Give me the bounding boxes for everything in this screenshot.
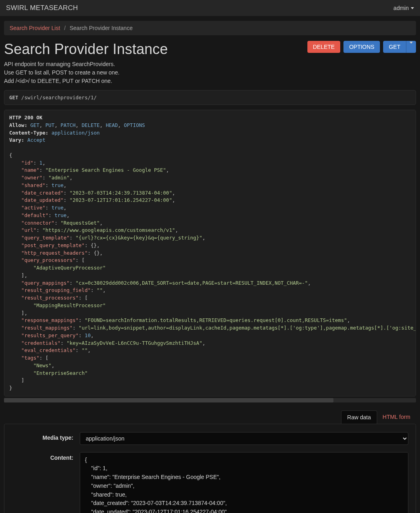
tab-html-form[interactable]: HTML form <box>377 410 416 424</box>
description-line: API endpoint for managing SearchProvider… <box>4 60 416 68</box>
horizontal-scrollbar[interactable] <box>4 398 416 402</box>
content-label: Content: <box>12 452 80 513</box>
tab-raw-data[interactable]: Raw data <box>341 410 377 424</box>
request-line: GET /swirl/searchproviders/1/ <box>4 90 416 105</box>
chevron-down-icon <box>410 42 413 50</box>
delete-button[interactable]: DELETE <box>307 41 340 53</box>
request-method: GET <box>9 95 18 101</box>
scrollbar-thumb[interactable] <box>4 398 333 402</box>
breadcrumb-link[interactable]: Search Provider List <box>10 25 60 31</box>
options-button[interactable]: OPTIONS <box>343 41 380 53</box>
form-panel: Media type: application/json Content: PU… <box>4 424 416 513</box>
description-line: Add /<id>/ to DELETE, PUT or PATCH one. <box>4 77 416 85</box>
get-button[interactable]: GET <box>383 41 406 53</box>
breadcrumb-current: Search Provider Instance <box>70 25 133 31</box>
request-path: /swirl/searchproviders/1/ <box>21 95 97 101</box>
brand[interactable]: SWIRL METASEARCH <box>6 4 78 12</box>
description-line: Use GET to list all, POST to create a ne… <box>4 68 416 77</box>
api-description: API endpoint for managing SearchProvider… <box>4 60 416 85</box>
action-buttons: DELETE OPTIONS GET <box>307 41 416 53</box>
user-dropdown[interactable]: admin <box>394 5 414 11</box>
media-type-label: Media type: <box>12 432 80 445</box>
breadcrumb-separator: / <box>62 25 68 31</box>
page-title: Search Provider Instance <box>4 41 168 58</box>
chevron-down-icon <box>411 7 414 9</box>
media-type-select[interactable]: application/json <box>80 432 408 445</box>
response-body: HTTP 200 OK Allow: GET, PUT, PATCH, DELE… <box>4 110 416 396</box>
form-tabs: Raw data HTML form <box>4 410 416 424</box>
breadcrumb: Search Provider List / Search Provider I… <box>4 21 416 35</box>
content-textarea[interactable] <box>80 452 408 513</box>
navbar: SWIRL METASEARCH admin <box>0 0 420 16</box>
get-dropdown-button[interactable] <box>406 41 416 53</box>
user-label: admin <box>394 5 409 11</box>
